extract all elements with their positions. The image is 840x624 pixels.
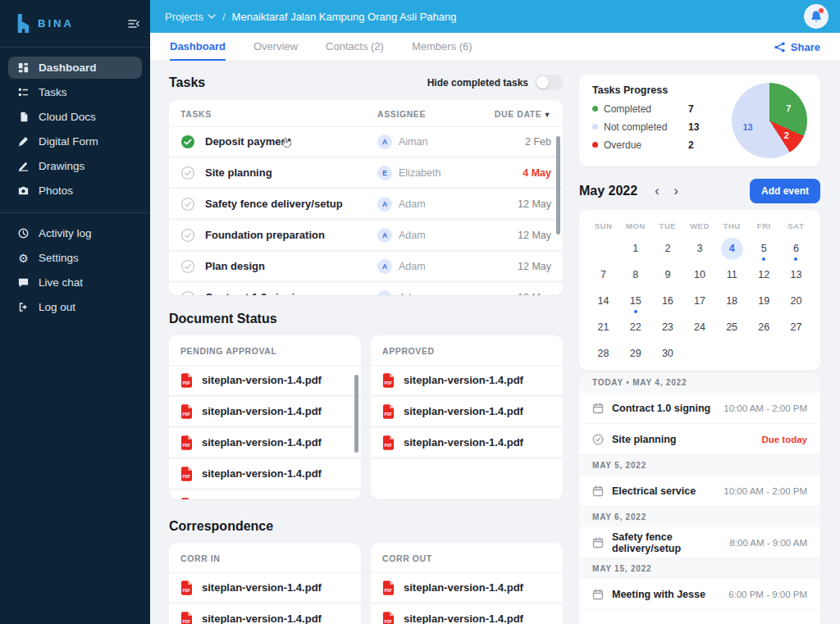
calendar-day-29[interactable]: 29 [619, 340, 651, 367]
collapse-sidebar-icon[interactable] [127, 17, 140, 30]
calendar-day-3[interactable]: 3 [683, 235, 715, 262]
file-row[interactable]: PDFsiteplan-version-1.4.pdf [371, 428, 563, 459]
task-row-deposit-payment[interactable]: Deposit paymentAAiman2 Feb [169, 127, 563, 158]
calendar-day-22[interactable]: 22 [619, 314, 651, 340]
event-row-safety-fence-delivery-setup[interactable]: Safety fence delivery/setup8:00 AM - 9:0… [579, 527, 820, 558]
file-row[interactable]: PDFsiteplan-version-1.4.pdf [169, 604, 361, 624]
pending-scrollbar-thumb[interactable] [354, 375, 358, 453]
calendar-day-17[interactable]: 17 [683, 288, 715, 314]
sidebar-item-tasks[interactable]: Tasks [8, 81, 142, 103]
task-row-foundation-preparation[interactable]: Foundation preparationAAdam12 May [169, 221, 563, 252]
calendar-next-button[interactable]: › [669, 184, 684, 198]
dashboard-content: Tasks Hide completed tasks TASKS ASSIGNE… [150, 61, 840, 624]
file-row[interactable]: PDFsiteplan-version-1.4.pdf [169, 490, 361, 499]
task-row-safety-fence-delivery-setup[interactable]: Safety fence delivery/setupAAdam12 May [169, 189, 563, 221]
left-column: Tasks Hide completed tasks TASKS ASSIGNE… [169, 75, 563, 624]
task-open-check-icon[interactable] [180, 228, 195, 243]
hide-completed-toggle[interactable] [535, 75, 563, 90]
calendar-prev-button[interactable]: ‹ [649, 184, 664, 198]
sidebar-item-settings[interactable]: ⚙Settings [8, 247, 142, 269]
tab-members-6[interactable]: Members (6) [412, 33, 472, 61]
calendar-day-1[interactable]: 1 [619, 235, 651, 262]
breadcrumb-projects-label: Projects [165, 11, 203, 23]
drawings-icon [16, 160, 30, 172]
file-row[interactable]: PDFsiteplan-version-1.4.pdf [371, 397, 563, 428]
tab-contacts-2[interactable]: Contacts (2) [326, 33, 384, 61]
task-name: Contract 1.0 signing [205, 291, 377, 295]
sidebar-item-live-chat[interactable]: Live chat [8, 271, 142, 294]
calendar-day-30[interactable]: 30 [651, 340, 683, 367]
calendar-day-24[interactable]: 24 [683, 314, 715, 340]
calendar-day-7[interactable]: 7 [587, 262, 619, 288]
event-dot [762, 257, 765, 261]
sidebar-item-activity-log[interactable]: Activity log [8, 222, 142, 244]
sidebar-item-digital-form[interactable]: Digital Form [8, 130, 142, 153]
task-row-site-planning[interactable]: Site planningEElizabeth4 May [169, 158, 563, 189]
event-row-site-planning[interactable]: Site planningDue today [579, 424, 820, 455]
sidebar-nav-main: DashboardTasksCloud DocsDigital FormDraw… [0, 54, 150, 204]
calendar-day-9[interactable]: 9 [651, 262, 683, 288]
calendar-day-13[interactable]: 13 [780, 262, 812, 288]
calendar-day-26[interactable]: 26 [748, 314, 780, 340]
notifications-button[interactable] [804, 4, 829, 29]
calendar-day-25[interactable]: 25 [716, 314, 748, 340]
calendar-day-28[interactable]: 28 [587, 340, 619, 367]
sidebar-item-cloud-docs[interactable]: Cloud Docs [8, 106, 142, 128]
task-completed-check-icon[interactable] [180, 134, 195, 149]
sidebar-item-dashboard[interactable]: Dashboard [8, 57, 142, 79]
file-row[interactable]: PDFsiteplan-version-1.4.pdf [371, 604, 563, 624]
task-row-plan-design[interactable]: Plan designAAdam12 May [169, 252, 563, 283]
tasks-progress-legend: Tasks Progress Completed7Not completed13… [592, 84, 699, 157]
corr-out-list: PDFsiteplan-version-1.4.pdfPDFsiteplan-v… [371, 573, 563, 624]
calendar-day-23[interactable]: 23 [651, 314, 683, 340]
calendar-day-5[interactable]: 5 [748, 235, 780, 262]
task-open-check-icon[interactable] [180, 259, 195, 274]
file-row[interactable]: PDFsiteplan-version-1.4.pdf [169, 366, 361, 397]
task-row-contract-1-0-signing[interactable]: Contract 1.0 signingAAdam12 May [169, 283, 563, 295]
calendar-day-8[interactable]: 8 [619, 262, 651, 288]
breadcrumb-projects[interactable]: Projects [165, 11, 216, 23]
file-row[interactable]: PDFsiteplan-version-1.4.pdf [169, 573, 361, 604]
calendar-weekdays: SUNMONTUEWEDTHUFRISAT [587, 218, 812, 235]
tab-overview[interactable]: Overview [253, 33, 298, 61]
calendar-day-4[interactable]: 4 [716, 235, 748, 262]
legend-dot [592, 124, 598, 130]
sidebar-item-photos[interactable]: Photos [8, 180, 142, 202]
calendar-day-10[interactable]: 10 [683, 262, 715, 288]
tasks-scrollbar-thumb[interactable] [556, 136, 560, 235]
calendar-day-6[interactable]: 6 [780, 235, 812, 262]
file-row[interactable]: PDFsiteplan-version-1.4.pdf [169, 428, 361, 459]
pie-chart [732, 83, 807, 158]
calendar-day-12[interactable]: 12 [748, 262, 780, 288]
col-due-date-sort[interactable]: DUE DATE▼ [492, 109, 551, 119]
task-name: Plan design [205, 260, 377, 272]
file-row[interactable]: PDFsiteplan-version-1.4.pdf [169, 397, 361, 428]
event-row-meeting-with-jesse[interactable]: Meeting with Jesse6:00 PM - 9:00 PM [579, 579, 820, 610]
task-open-check-icon[interactable] [180, 290, 195, 296]
calendar-day-14[interactable]: 14 [587, 288, 619, 314]
task-open-check-icon[interactable] [180, 197, 195, 212]
calendar-day-2[interactable]: 2 [651, 235, 683, 262]
calendar-day-16[interactable]: 16 [651, 288, 683, 314]
file-row[interactable]: PDFsiteplan-version-1.4.pdf [371, 573, 563, 604]
sidebar-item-log-out[interactable]: Log out [8, 296, 142, 318]
share-button[interactable]: Share [774, 33, 820, 61]
svg-text:PDF: PDF [183, 619, 190, 623]
calendar-day-20[interactable]: 20 [780, 288, 812, 314]
calendar-day-15[interactable]: 15 [619, 288, 651, 314]
calendar-day-18[interactable]: 18 [716, 288, 748, 314]
tab-dashboard[interactable]: Dashboard [170, 33, 226, 61]
add-event-button[interactable]: Add event [750, 179, 820, 203]
due-date: 2 Feb [492, 136, 551, 148]
event-row-contract-1-0-signing[interactable]: Contract 1.0 signing10:00 AM - 2:00 PM [579, 393, 820, 424]
task-open-check-icon[interactable] [180, 166, 195, 180]
calendar-day-21[interactable]: 21 [587, 314, 619, 340]
file-row[interactable]: PDFsiteplan-version-1.4.pdf [169, 459, 361, 490]
file-row[interactable]: PDFsiteplan-version-1.4.pdf [371, 366, 563, 397]
calendar-empty-cell [716, 340, 748, 367]
calendar-day-11[interactable]: 11 [716, 262, 748, 288]
sidebar-item-drawings[interactable]: Drawings [8, 155, 142, 177]
calendar-day-19[interactable]: 19 [748, 288, 780, 314]
calendar-day-27[interactable]: 27 [780, 314, 812, 340]
event-row-electrical-service[interactable]: Electrical service10:00 AM - 2:00 PM [579, 476, 820, 507]
